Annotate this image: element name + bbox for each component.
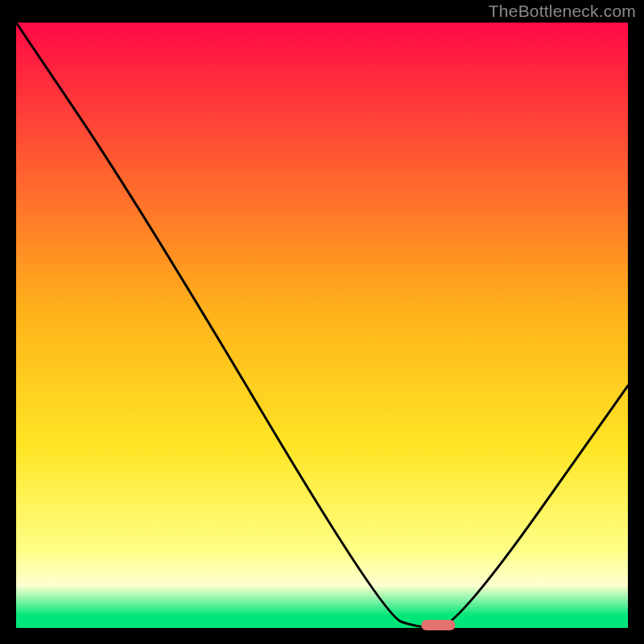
plot-area-gradient	[16, 23, 628, 628]
optimal-marker	[421, 620, 455, 630]
watermark-text: TheBottleneck.com	[489, 2, 636, 21]
chart-frame: TheBottleneck.com	[0, 0, 644, 644]
bottleneck-chart	[0, 0, 644, 644]
